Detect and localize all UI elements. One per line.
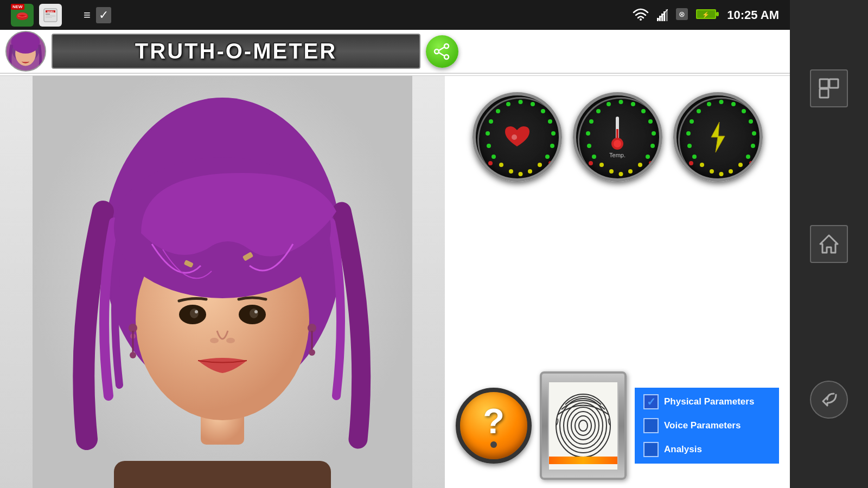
- svg-rect-128: [820, 79, 828, 88]
- option-analysis[interactable]: Analysis: [643, 442, 770, 457]
- svg-point-92: [599, 163, 604, 167]
- svg-point-103: [749, 119, 753, 124]
- windows-button[interactable]: [810, 69, 848, 107]
- svg-point-56: [548, 119, 552, 124]
- character-illustration: [33, 76, 412, 488]
- svg-point-115: [719, 172, 723, 176]
- svg-point-76: [631, 102, 635, 106]
- svg-point-27: [435, 49, 439, 54]
- svg-point-72: [488, 161, 493, 165]
- temp-label: Temp.: [609, 152, 626, 158]
- svg-point-44: [226, 338, 235, 343]
- svg-point-94: [589, 161, 593, 165]
- svg-point-86: [587, 144, 591, 148]
- checkbox-analysis[interactable]: [643, 442, 659, 457]
- svg-point-107: [707, 102, 711, 106]
- svg-point-78: [648, 119, 653, 124]
- main-content: TRUTH-O-METER: [0, 30, 790, 488]
- svg-point-105: [751, 144, 755, 148]
- svg-point-88: [638, 163, 642, 167]
- svg-point-93: [649, 161, 653, 165]
- question-mark: ?: [483, 403, 505, 439]
- button-dot: [490, 441, 497, 448]
- divider-1: [0, 73, 790, 74]
- svg-point-42: [254, 310, 258, 313]
- svg-point-80: [650, 144, 655, 148]
- checkbox-voice[interactable]: [643, 418, 659, 433]
- gauge-energy[interactable]: [673, 92, 763, 182]
- back-button[interactable]: [810, 381, 848, 419]
- svg-point-81: [646, 155, 650, 159]
- svg-point-26: [444, 55, 449, 59]
- share-button[interactable]: [426, 35, 458, 68]
- signal-icon: [657, 9, 668, 21]
- svg-point-39: [190, 309, 199, 318]
- svg-point-90: [618, 172, 623, 176]
- svg-point-53: [518, 100, 522, 104]
- option-voice[interactable]: Voice Parameters: [643, 418, 770, 433]
- svg-point-116: [710, 169, 714, 174]
- fingerprint-inner: [548, 381, 618, 471]
- svg-point-62: [489, 119, 493, 124]
- option-physical[interactable]: ✓ Physical Parameters: [643, 394, 770, 409]
- svg-point-71: [548, 161, 553, 165]
- svg-rect-129: [829, 79, 838, 88]
- svg-point-111: [687, 144, 692, 148]
- checkbox-physical[interactable]: ✓: [643, 394, 659, 409]
- character-panel: [0, 76, 445, 488]
- fingerprint-panel[interactable]: [540, 371, 627, 480]
- svg-point-67: [528, 169, 532, 174]
- heart-icon: [502, 124, 532, 151]
- svg-marker-131: [820, 235, 838, 253]
- svg-point-70: [499, 163, 503, 167]
- svg-point-79: [652, 131, 656, 136]
- app-icon-news[interactable]: NEW: [11, 4, 34, 27]
- svg-point-100: [719, 100, 723, 104]
- avatar: [5, 31, 46, 72]
- svg-point-54: [531, 102, 535, 106]
- battery-icon: ⚡: [696, 8, 719, 22]
- options-panel: ✓ Physical Parameters Voice Parameters A…: [635, 388, 779, 464]
- svg-rect-130: [820, 89, 828, 98]
- time-display: 10:25 AM: [727, 8, 779, 22]
- svg-point-41: [195, 310, 198, 313]
- svg-point-83: [596, 109, 601, 113]
- svg-text:⚡: ⚡: [702, 11, 710, 18]
- new-badge: NEW: [11, 4, 24, 10]
- svg-point-91: [609, 169, 614, 174]
- svg-point-85: [586, 131, 590, 136]
- svg-point-82: [607, 102, 611, 106]
- gauge-temperature[interactable]: Temp.: [573, 92, 662, 182]
- option-physical-label: Physical Parameters: [664, 396, 754, 407]
- svg-marker-120: [711, 122, 725, 152]
- status-bar: NEW NEWS: [0, 0, 790, 30]
- checkmark-physical: ✓: [647, 395, 656, 408]
- hamburger-icon: ≡: [84, 8, 91, 22]
- bottom-controls: ?: [456, 371, 779, 480]
- svg-point-118: [749, 161, 754, 165]
- svg-point-108: [697, 109, 701, 113]
- app-icon-newspaper[interactable]: NEWS: [39, 4, 62, 27]
- orange-scan-bar: [549, 457, 617, 464]
- svg-point-75: [618, 100, 623, 104]
- svg-point-109: [690, 119, 694, 124]
- gauge-heart[interactable]: [473, 92, 562, 182]
- svg-point-9: [640, 18, 642, 21]
- notification-icon: ⊗: [676, 8, 688, 22]
- question-button[interactable]: ?: [456, 388, 532, 464]
- right-panel: Temp.: [445, 76, 790, 488]
- svg-point-58: [550, 144, 554, 148]
- svg-text:NEWS: NEWS: [47, 10, 54, 12]
- svg-point-60: [506, 102, 510, 106]
- home-button[interactable]: [810, 225, 848, 263]
- gauges-row: Temp.: [456, 92, 779, 182]
- svg-point-117: [700, 163, 704, 167]
- svg-line-28: [439, 47, 444, 50]
- svg-point-55: [541, 109, 545, 113]
- svg-point-25: [444, 44, 449, 48]
- svg-point-40: [250, 309, 258, 318]
- svg-point-59: [545, 155, 550, 159]
- svg-point-73: [512, 134, 517, 140]
- wifi-icon: [633, 7, 649, 23]
- svg-point-63: [486, 131, 490, 136]
